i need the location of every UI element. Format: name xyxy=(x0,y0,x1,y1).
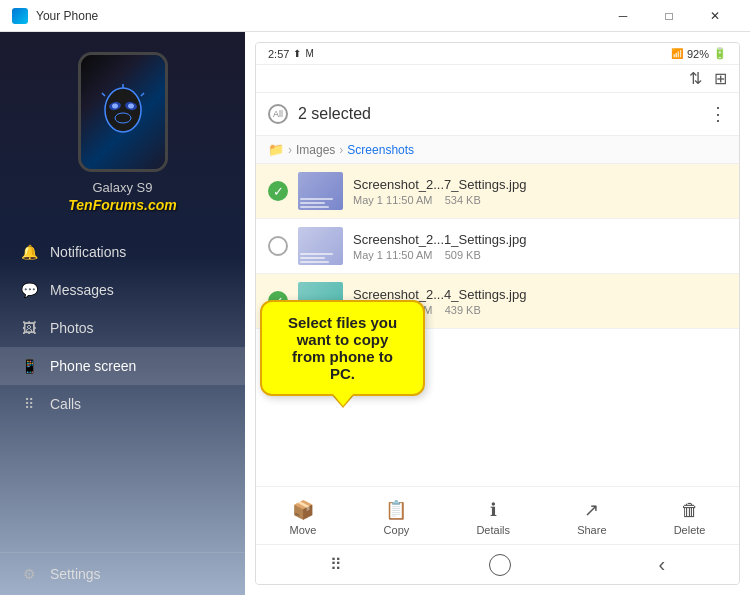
app-icon xyxy=(12,8,28,24)
phone-display: Galaxy S9 TenForums.com xyxy=(0,32,245,223)
main-area: Galaxy S9 TenForums.com 🔔 Notifications … xyxy=(0,32,750,595)
sidebar-item-photos[interactable]: 🖼 Photos xyxy=(0,309,245,347)
title-bar-text: Your Phone xyxy=(36,9,600,23)
select-all-checkbox[interactable]: All xyxy=(268,104,288,124)
minimize-button[interactable]: ─ xyxy=(600,0,646,32)
tenforums-watermark: TenForums.com xyxy=(68,197,176,213)
settings-label: Settings xyxy=(50,566,101,582)
grid-icon[interactable]: ⊞ xyxy=(714,69,727,88)
breadcrumb-images: Images xyxy=(296,143,335,157)
file-item[interactable]: Screenshot_2...1_Settings.jpg May 1 11:5… xyxy=(256,219,739,274)
file-info: Screenshot_2...7_Settings.jpg May 1 11:5… xyxy=(353,177,727,206)
battery-percent: 92% xyxy=(687,48,709,60)
sidebar-item-phone-screen[interactable]: 📱 Phone screen xyxy=(0,347,245,385)
messages-icon: 💬 xyxy=(20,281,38,299)
move-action-button[interactable]: 📦 Move xyxy=(278,495,329,540)
calls-label: Calls xyxy=(50,396,81,412)
photos-label: Photos xyxy=(50,320,94,336)
battery-icon: 🔋 xyxy=(713,47,727,60)
breadcrumb-screenshots: Screenshots xyxy=(347,143,414,157)
share-label: Share xyxy=(577,524,606,536)
title-bar: Your Phone ─ □ ✕ xyxy=(0,0,750,32)
file-name: Screenshot_2...1_Settings.jpg xyxy=(353,232,727,247)
selection-left: All 2 selected xyxy=(268,104,371,124)
messages-label: Messages xyxy=(50,282,114,298)
file-info: Screenshot_2...1_Settings.jpg May 1 11:5… xyxy=(353,232,727,261)
copy-label: Copy xyxy=(384,524,410,536)
file-thumbnail xyxy=(298,172,343,210)
more-options-icon[interactable]: ⋮ xyxy=(709,103,727,125)
svg-line-8 xyxy=(141,93,144,96)
phone-toolbar: ⇅ ⊞ xyxy=(256,65,739,93)
signal-icon: 📶 xyxy=(671,48,683,59)
selection-header: All 2 selected ⋮ xyxy=(256,93,739,136)
file-thumbnail xyxy=(298,227,343,265)
breadcrumb: 📁 › Images › Screenshots xyxy=(256,136,739,164)
status-right: 📶 92% 🔋 xyxy=(671,47,727,60)
details-icon: ℹ xyxy=(490,499,497,521)
tooltip-wrapper: Select files you want to copy from phone… xyxy=(260,300,425,396)
delete-icon: 🗑 xyxy=(681,500,699,521)
svg-point-5 xyxy=(115,113,131,123)
android-back-icon[interactable]: ‹ xyxy=(659,553,666,576)
tooltip-bubble: Select files you want to copy from phone… xyxy=(260,300,425,396)
status-bar: 2:57 ⬆ M 📶 92% 🔋 xyxy=(256,43,739,65)
sidebar: Galaxy S9 TenForums.com 🔔 Notifications … xyxy=(0,32,245,595)
move-label: Move xyxy=(290,524,317,536)
photos-icon: 🖼 xyxy=(20,319,38,337)
android-home-icon[interactable] xyxy=(489,554,511,576)
phone-wallpaper xyxy=(81,55,165,169)
selection-count: 2 selected xyxy=(298,105,371,123)
notifications-icon: 🔔 xyxy=(20,243,38,261)
status-time: 2:57 xyxy=(268,48,289,60)
phone-mockup xyxy=(78,52,168,172)
close-button[interactable]: ✕ xyxy=(692,0,738,32)
sidebar-item-calls[interactable]: ⠿ Calls xyxy=(0,385,245,423)
phone-screen-icon: 📱 xyxy=(20,357,38,375)
share-action-button[interactable]: ↗ Share xyxy=(565,495,618,540)
status-left: 2:57 ⬆ M xyxy=(268,48,314,60)
delete-label: Delete xyxy=(674,524,706,536)
file-checkbox[interactable] xyxy=(268,236,288,256)
copy-icon: 📋 xyxy=(385,499,407,521)
phone-screen-label: Phone screen xyxy=(50,358,136,374)
sidebar-item-notifications[interactable]: 🔔 Notifications xyxy=(0,233,245,271)
breadcrumb-sep-1: › xyxy=(288,143,292,157)
alien-logo xyxy=(98,82,148,142)
android-menu-icon[interactable]: ⠿ xyxy=(330,555,342,574)
android-nav-bar: ⠿ ‹ xyxy=(256,544,739,584)
title-bar-controls: ─ □ ✕ xyxy=(600,0,738,32)
share-icon: ↗ xyxy=(584,499,599,521)
delete-action-button[interactable]: 🗑 Delete xyxy=(662,496,718,540)
file-meta: May 1 11:50 AM 534 KB xyxy=(353,194,727,206)
file-checkbox[interactable]: ✓ xyxy=(268,181,288,201)
action-bar: 📦 Move 📋 Copy ℹ Details ↗ Share 🗑 Delete xyxy=(256,486,739,544)
all-label: All xyxy=(273,109,283,119)
notifications-label: Notifications xyxy=(50,244,126,260)
upload-icon: ⬆ xyxy=(293,48,301,59)
settings-nav-item[interactable]: ⚙ Settings xyxy=(0,552,245,595)
settings-icon: ⚙ xyxy=(20,565,38,583)
move-icon: 📦 xyxy=(292,499,314,521)
details-action-button[interactable]: ℹ Details xyxy=(464,495,522,540)
copy-action-button[interactable]: 📋 Copy xyxy=(372,495,422,540)
breadcrumb-sep-2: › xyxy=(339,143,343,157)
file-meta: May 1 11:50 AM 509 KB xyxy=(353,249,727,261)
file-name: Screenshot_2...7_Settings.jpg xyxy=(353,177,727,192)
maximize-button[interactable]: □ xyxy=(646,0,692,32)
sort-icon[interactable]: ⇅ xyxy=(689,69,702,88)
sidebar-item-messages[interactable]: 💬 Messages xyxy=(0,271,245,309)
file-item[interactable]: ✓ Screenshot_2...7_Settings.jpg May 1 11… xyxy=(256,164,739,219)
details-label: Details xyxy=(476,524,510,536)
calls-icon: ⠿ xyxy=(20,395,38,413)
folder-icon: 📁 xyxy=(268,142,284,157)
sim-icon: M xyxy=(305,48,313,59)
content-area: 2:57 ⬆ M 📶 92% 🔋 ⇅ ⊞ All xyxy=(245,32,750,595)
svg-point-0 xyxy=(105,88,141,132)
nav-items: 🔔 Notifications 💬 Messages 🖼 Photos 📱 Ph… xyxy=(0,233,245,552)
phone-name: Galaxy S9 xyxy=(93,180,153,195)
svg-line-7 xyxy=(102,93,105,96)
tooltip-text: Select files you want to copy from phone… xyxy=(288,314,397,382)
